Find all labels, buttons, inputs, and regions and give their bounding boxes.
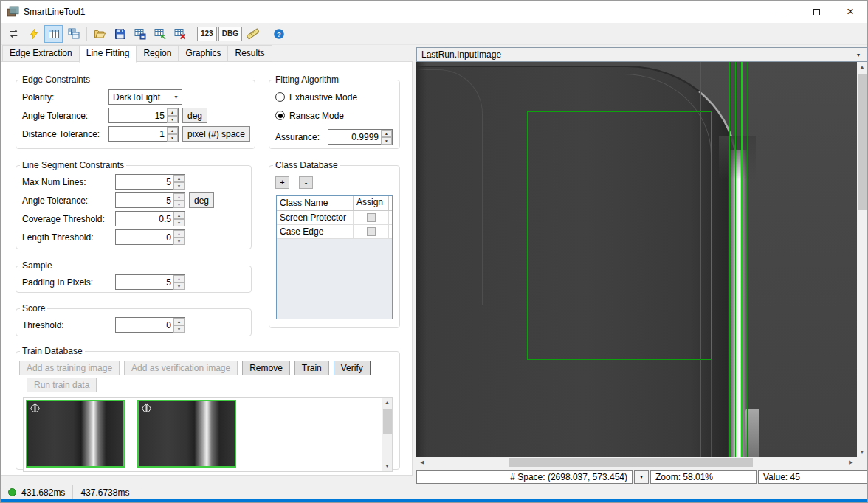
spin-up-button[interactable]: ▲: [173, 318, 185, 325]
tab-region[interactable]: Region: [136, 45, 179, 62]
distance-tolerance-input[interactable]: [109, 127, 167, 141]
training-thumbnail[interactable]: [26, 400, 125, 468]
segment-angle-unit-button[interactable]: deg: [189, 192, 214, 208]
angle-unit-button[interactable]: deg: [182, 108, 207, 123]
grid-import-icon: [154, 28, 166, 40]
assurance-spinner[interactable]: ▲ ▼: [328, 129, 393, 145]
coverage-threshold-input[interactable]: [116, 212, 173, 226]
help-button[interactable]: ?: [270, 25, 289, 43]
close-button[interactable]: ×: [833, 1, 867, 23]
padding-input[interactable]: [116, 275, 173, 289]
horizontal-scrollbar[interactable]: ◀ ▶: [416, 457, 857, 468]
scroll-right-icon[interactable]: ▶: [845, 457, 857, 468]
spin-down-button[interactable]: ▼: [173, 219, 185, 226]
measure-button[interactable]: [244, 25, 262, 43]
assign-checkbox[interactable]: [367, 213, 376, 222]
spin-up-button[interactable]: ▲: [173, 212, 185, 219]
max-num-lines-input[interactable]: [116, 175, 173, 189]
import-grid-button[interactable]: [151, 25, 169, 43]
tab-edge-extraction[interactable]: Edge Extraction: [2, 45, 80, 62]
run-train-data-button[interactable]: Run train data: [27, 378, 97, 392]
table-row[interactable]: Case Edge: [277, 225, 392, 239]
remove-class-button[interactable]: -: [299, 176, 313, 189]
table-row[interactable]: Screen Protector: [277, 211, 392, 225]
number-format-button[interactable]: 123: [197, 27, 217, 41]
training-thumbnail[interactable]: [137, 400, 236, 468]
scroll-down-icon[interactable]: ▼: [857, 447, 867, 457]
toolbar-separator: [193, 27, 193, 41]
train-button[interactable]: Train: [294, 361, 329, 375]
delete-grid-button[interactable]: [170, 25, 189, 43]
spin-down-button[interactable]: ▼: [381, 137, 392, 145]
verify-button[interactable]: Verify: [334, 361, 371, 375]
exhaustive-mode-radio[interactable]: Exhaustive Mode: [269, 88, 399, 106]
spin-down-button[interactable]: ▼: [173, 237, 185, 245]
spin-up-button[interactable]: ▲: [381, 130, 392, 137]
tab-results[interactable]: Results: [227, 45, 272, 62]
scroll-down-icon[interactable]: ▼: [382, 461, 392, 471]
add-verification-image-button[interactable]: Add as verification image: [124, 361, 238, 375]
copy-grid-button[interactable]: [64, 25, 83, 43]
image-viewport[interactable]: [416, 62, 857, 457]
distance-tolerance-spinner[interactable]: ▲ ▼: [108, 126, 179, 142]
spin-down-button[interactable]: ▼: [173, 201, 185, 208]
debug-button[interactable]: DBG: [218, 27, 242, 41]
class-name-column-header[interactable]: Class Name: [277, 196, 354, 210]
add-training-image-button[interactable]: Add as training image: [19, 361, 120, 375]
segment-angle-tolerance-spinner[interactable]: ▲ ▼: [115, 192, 185, 208]
angle-tolerance-spinner[interactable]: ▲ ▼: [108, 108, 179, 123]
max-num-lines-spinner[interactable]: ▲ ▼: [115, 174, 185, 190]
show-results-grid-button[interactable]: [44, 25, 63, 43]
open-file-button[interactable]: [91, 25, 109, 43]
score-threshold-input[interactable]: [116, 318, 173, 332]
app-window: SmartLineTool1 — ×: [0, 0, 868, 503]
spin-down-button[interactable]: ▼: [173, 282, 185, 290]
swap-compare-button[interactable]: [4, 25, 23, 43]
spin-up-button[interactable]: ▲: [173, 275, 185, 282]
maximize-button[interactable]: [799, 1, 833, 23]
distance-unit-button[interactable]: pixel (#) space: [182, 126, 250, 142]
add-class-button[interactable]: +: [275, 176, 289, 189]
spin-up-button[interactable]: ▲: [173, 175, 185, 182]
segment-angle-tolerance-input[interactable]: [116, 193, 173, 207]
spin-up-button[interactable]: ▲: [173, 230, 185, 237]
angle-tolerance-input[interactable]: [109, 108, 167, 122]
minimize-button[interactable]: —: [765, 1, 799, 23]
scrollbar-thumb[interactable]: [383, 409, 392, 434]
scrollbar-thumb[interactable]: [509, 458, 753, 467]
image-source-dropdown[interactable]: LastRun.InputImage ▾: [416, 47, 867, 62]
padding-spinner[interactable]: ▲ ▼: [115, 274, 185, 290]
spin-up-button[interactable]: ▲: [167, 127, 178, 134]
save-button[interactable]: [111, 25, 129, 43]
length-threshold-spinner[interactable]: ▲ ▼: [115, 229, 185, 245]
scrollbar-thumb[interactable]: [858, 74, 867, 210]
spin-down-button[interactable]: ▼: [173, 325, 185, 333]
run-tool-button[interactable]: [24, 25, 43, 43]
space-selector-dropdown[interactable]: ▾: [634, 470, 649, 484]
scroll-up-icon[interactable]: ▲: [857, 62, 867, 72]
length-threshold-input[interactable]: [116, 230, 173, 244]
coverage-threshold-spinner[interactable]: ▲ ▼: [115, 211, 185, 226]
distance-tolerance-label: Distance Tolerance:: [22, 129, 108, 139]
vertical-scrollbar[interactable]: ▲ ▼: [857, 62, 867, 457]
spin-down-button[interactable]: ▼: [167, 116, 178, 123]
spin-down-button[interactable]: ▼: [173, 182, 185, 190]
score-threshold-spinner[interactable]: ▲ ▼: [115, 317, 185, 333]
assign-column-header[interactable]: Assign: [354, 196, 389, 210]
ransac-mode-radio[interactable]: Ransac Mode: [269, 106, 399, 125]
spin-down-button[interactable]: ▼: [167, 134, 178, 142]
scroll-up-icon[interactable]: ▲: [382, 398, 392, 408]
class-table[interactable]: Class Name Assign Screen Protector Case …: [276, 195, 393, 319]
thumbnail-scrollbar[interactable]: ▲ ▼: [382, 398, 392, 471]
remove-image-button[interactable]: Remove: [242, 361, 290, 375]
tab-graphics[interactable]: Graphics: [178, 45, 228, 62]
tab-line-fitting[interactable]: Line Fitting: [79, 45, 137, 63]
zoom-level-text: Zoom: 58.01%: [655, 472, 713, 482]
save-grid-button[interactable]: [131, 25, 149, 43]
assign-checkbox[interactable]: [367, 227, 376, 236]
polarity-dropdown[interactable]: DarkToLight ▾: [108, 89, 182, 105]
spin-up-button[interactable]: ▲: [173, 193, 185, 201]
scroll-left-icon[interactable]: ◀: [416, 457, 428, 468]
spin-up-button[interactable]: ▲: [167, 108, 178, 116]
assurance-input[interactable]: [328, 130, 381, 144]
